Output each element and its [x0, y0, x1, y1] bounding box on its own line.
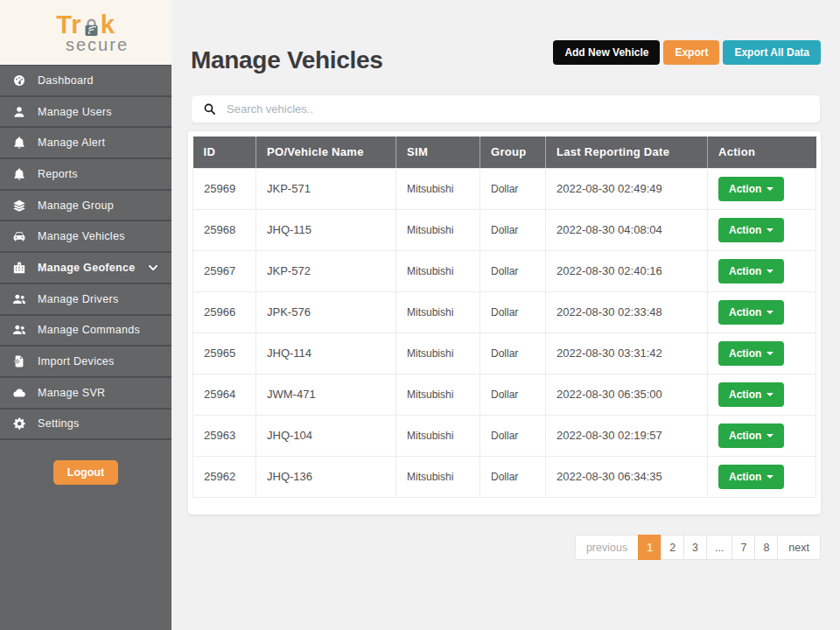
cell-last-reporting-date: 2022-08-30 04:08:04	[546, 209, 708, 250]
pagination-next[interactable]: next	[777, 535, 821, 560]
cell-vehicle-name: JPK-576	[256, 291, 396, 332]
sidebar-item-manage-drivers[interactable]: Manage Drivers	[0, 284, 172, 316]
column-header-action: Action	[708, 136, 816, 168]
sidebar-item-label: Manage Alert	[38, 136, 105, 149]
cell-vehicle-name: JHQ-114	[256, 332, 396, 374]
action-button[interactable]: Action	[718, 341, 784, 366]
padlock-icon	[83, 17, 100, 38]
caret-down-icon	[766, 434, 774, 438]
cell-action: Action	[708, 374, 816, 415]
main-content: Manage Vehicles Add New Vehicle Export E…	[172, 0, 840, 630]
cell-id: 25965	[193, 332, 256, 374]
search-bar	[191, 94, 821, 123]
sidebar-item-manage-users[interactable]: Manage Users	[0, 97, 172, 129]
sidebar-item-label: Manage Group	[38, 200, 114, 212]
user-icon	[12, 105, 26, 119]
column-header-sim: SIM	[396, 136, 480, 168]
logo-wordmark: Tr k	[56, 12, 116, 38]
cell-id: 25962	[193, 456, 256, 497]
table-row: 25965 JHQ-114 Mitsubishi Dollar 2022-08-…	[193, 332, 816, 374]
add-new-vehicle-button[interactable]: Add New Vehicle	[553, 40, 660, 65]
cell-group: Dollar	[480, 168, 546, 209]
sidebar-item-manage-commands[interactable]: Manage Commands	[0, 316, 172, 347]
action-button[interactable]: Action	[718, 300, 784, 325]
action-button[interactable]: Action	[718, 382, 784, 407]
cell-group: Dollar	[480, 374, 546, 415]
cell-sim: Mitsubishi	[396, 374, 480, 415]
caret-down-icon	[766, 187, 774, 191]
export-button[interactable]: Export	[663, 40, 719, 65]
sidebar-item-manage-vehicles[interactable]: Manage Vehicles	[0, 221, 172, 253]
vehicles-table: ID PO/Vehicle Name SIM Group Last Report…	[192, 136, 816, 498]
cell-sim: Mitsubishi	[396, 291, 480, 332]
action-button[interactable]: Action	[718, 259, 784, 284]
app-logo: Tr k secure	[0, 0, 172, 65]
sidebar-item-label: Reports	[38, 168, 78, 180]
vehicles-table-card: ID PO/Vehicle Name SIM Group Last Report…	[188, 131, 821, 514]
page-title: Manage Vehicles	[191, 46, 383, 74]
column-header-id: ID	[193, 136, 256, 168]
cell-sim: Mitsubishi	[396, 456, 480, 497]
cell-sim: Mitsubishi	[396, 250, 480, 291]
sidebar-item-manage-geofence[interactable]: Manage Geofence	[0, 253, 172, 284]
sidebar-item-dashboard[interactable]: Dashboard	[0, 66, 172, 97]
logout-button[interactable]: Logout	[53, 460, 118, 485]
column-header-last-reporting-date: Last Reporting Date	[546, 136, 708, 168]
cell-vehicle-name: JWM-471	[256, 374, 396, 415]
sidebar-item-label: Manage SVR	[38, 387, 105, 399]
cell-id: 25964	[193, 374, 256, 415]
cell-group: Dollar	[480, 250, 546, 291]
table-row: 25969 JKP-571 Mitsubishi Dollar 2022-08-…	[193, 168, 816, 209]
cell-id: 25963	[193, 415, 256, 456]
sidebar-item-manage-group[interactable]: Manage Group	[0, 191, 172, 222]
caret-down-icon	[766, 352, 774, 355]
column-header-vehicle-name: PO/Vehicle Name	[256, 136, 396, 168]
users-icon	[12, 323, 26, 337]
caret-down-icon	[766, 270, 774, 273]
cell-group: Dollar	[480, 415, 546, 456]
sidebar-item-import-devices[interactable]: Import Devices	[0, 346, 172, 378]
pagination-page-7[interactable]: 7	[732, 535, 755, 560]
cell-action: Action	[708, 415, 816, 456]
sidebar-item-label: Manage Commands	[38, 324, 140, 336]
cell-sim: Mitsubishi	[396, 168, 480, 209]
cell-action: Action	[708, 168, 816, 209]
cell-group: Dollar	[480, 209, 546, 250]
sidebar-item-label: Settings	[38, 417, 80, 430]
sidebar-nav: Dashboard Manage Users Manage Alert Repo…	[0, 65, 172, 440]
cell-vehicle-name: JKP-571	[256, 168, 396, 209]
cell-action: Action	[708, 332, 816, 374]
action-button[interactable]: Action	[718, 177, 784, 201]
action-button[interactable]: Action	[718, 218, 784, 242]
export-all-data-button[interactable]: Export All Data	[723, 40, 821, 65]
sidebar-item-label: Import Devices	[38, 355, 115, 368]
pagination-page-1[interactable]: 1	[638, 535, 662, 560]
action-button[interactable]: Action	[718, 424, 784, 448]
pagination-previous[interactable]: previous	[575, 535, 639, 560]
sidebar-item-settings[interactable]: Settings	[0, 410, 172, 441]
cell-vehicle-name: JHQ-136	[256, 456, 396, 497]
bell-icon	[12, 136, 26, 150]
caret-down-icon	[766, 311, 774, 314]
action-button-label: Action	[729, 430, 761, 442]
sidebar-item-label: Manage Drivers	[38, 293, 118, 305]
sidebar-item-manage-svr[interactable]: Manage SVR	[0, 378, 172, 410]
search-input[interactable]	[227, 102, 808, 116]
table-row: 25964 JWM-471 Mitsubishi Dollar 2022-08-…	[193, 374, 816, 415]
pagination-page-2[interactable]: 2	[661, 535, 684, 560]
sidebar-item-reports[interactable]: Reports	[0, 159, 172, 191]
action-button-label: Action	[729, 265, 761, 277]
pagination-page-3[interactable]: 3	[683, 535, 707, 560]
sidebar-item-manage-alert[interactable]: Manage Alert	[0, 128, 172, 159]
table-header-row: ID PO/Vehicle Name SIM Group Last Report…	[193, 136, 816, 168]
action-button[interactable]: Action	[718, 465, 784, 489]
logo-text-right: k	[101, 12, 116, 38]
cell-last-reporting-date: 2022-08-30 02:49:49	[546, 168, 708, 209]
cell-action: Action	[708, 291, 816, 332]
header-buttons: Add New Vehicle Export Export All Data	[553, 40, 821, 65]
cell-last-reporting-date: 2022-08-30 03:31:42	[546, 332, 708, 374]
cell-vehicle-name: JHQ-115	[256, 209, 396, 250]
pagination-page-8[interactable]: 8	[754, 535, 778, 560]
cell-action: Action	[708, 250, 816, 291]
cell-group: Dollar	[480, 456, 546, 497]
